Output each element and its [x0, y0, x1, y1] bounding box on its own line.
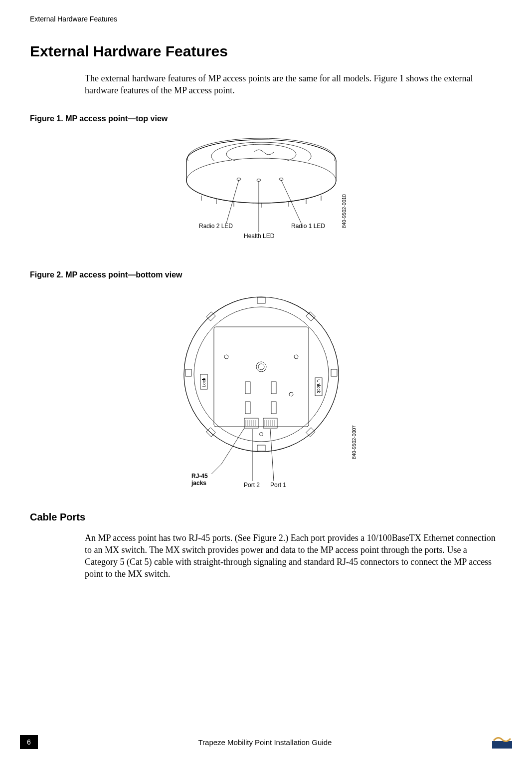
intro-paragraph: The external hardware features of MP acc… — [85, 72, 502, 97]
cable-ports-paragraph: An MP access point has two RJ-45 ports. … — [85, 532, 502, 580]
figure1-partno: 840-9502-0010 — [342, 194, 347, 228]
cable-ports-heading: Cable Ports — [30, 511, 502, 523]
footer-logo-icon — [492, 734, 512, 751]
figure1-svg: Radio 2 LED Health LED Radio 1 LED 840-9… — [147, 133, 386, 248]
rj45-label-line1: RJ-45 — [191, 473, 208, 480]
port2-label: Port 2 — [244, 482, 260, 489]
figure2-svg: Lock Unlock RJ-45 jacks Port 2 Port 1 84… — [147, 289, 386, 489]
page-footer: 6 Trapeze Mobility Point Installation Gu… — [0, 734, 532, 751]
figure2-partno: 840-9502-0007 — [352, 425, 357, 459]
unlock-label: Unlock — [316, 379, 321, 393]
figure1-container: Radio 2 LED Health LED Radio 1 LED 840-9… — [30, 133, 502, 248]
figure2-label: Figure 2. MP access point—bottom view — [30, 270, 502, 279]
health-led-label: Health LED — [244, 233, 275, 240]
port1-label: Port 1 — [270, 482, 286, 489]
figure2-container: Lock Unlock RJ-45 jacks Port 2 Port 1 84… — [30, 289, 502, 489]
svg-rect-48 — [492, 741, 512, 749]
lock-label: Lock — [201, 377, 206, 387]
page-number-badge: 6 — [20, 735, 38, 749]
rj45-label-line2: jacks — [191, 480, 206, 487]
radio2-led-label: Radio 2 LED — [199, 223, 233, 230]
footer-title: Trapeze Mobility Point Installation Guid… — [38, 738, 492, 747]
page-title-h1: External Hardware Features — [30, 43, 502, 60]
radio1-led-label: Radio 1 LED — [291, 223, 325, 230]
figure1-label: Figure 1. MP access point—top view — [30, 114, 502, 123]
running-header: External Hardware Features — [30, 15, 502, 23]
